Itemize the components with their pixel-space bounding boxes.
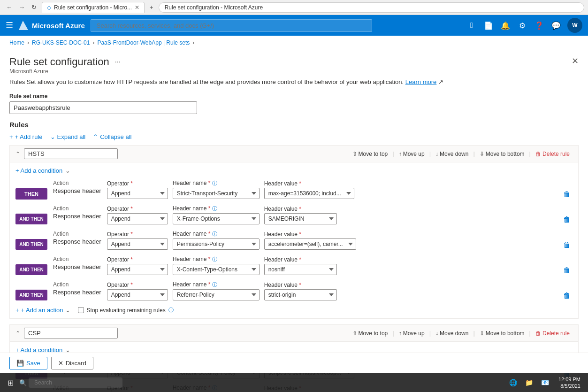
action-fields-hsts-actions-0: Action Response header [53, 180, 101, 194]
add-condition-hsts[interactable]: + Add a condition [15, 167, 62, 174]
operator-select-hsts-actions-1[interactable]: Append Overwrite Delete [107, 213, 168, 224]
headername-group-hsts-actions-0: Header name * ⓘ Strict-Transport-Securit… [173, 180, 260, 199]
taskbar-mail-icon[interactable]: 📧 [538, 375, 553, 390]
taskbar-search-input[interactable] [29, 377, 122, 388]
headervalue-select-hsts-actions-2[interactable]: accelerometer=(self), camer... [264, 238, 356, 250]
hamburger-menu[interactable]: ☰ [6, 20, 13, 31]
taskbar-search-icon: 🔍 [19, 379, 27, 386]
badge-hsts-actions-0[interactable]: THEN [15, 188, 47, 200]
hsts-actions-container: THEN Action Response header Operator * A… [15, 180, 573, 302]
rule-name-hsts[interactable] [24, 148, 118, 159]
headername-select-hsts-actions-1[interactable]: X-Frame-Options [173, 213, 260, 224]
taskbar-edge-icon[interactable]: 🌐 [506, 375, 521, 390]
headername-select-hsts-actions-0[interactable]: Strict-Transport-Security [173, 188, 260, 199]
breadcrumb-rulesets[interactable]: PaaS-FrontDoor-WebApp | Rule sets [97, 39, 190, 46]
breadcrumb-home[interactable]: Home [9, 39, 24, 46]
headervalue-select-hsts-actions-4[interactable]: strict-origin [264, 289, 337, 300]
badge-hsts-actions-4[interactable]: AND THEN [15, 290, 47, 300]
page-more-btn[interactable]: ··· [113, 56, 122, 67]
move-down-csp[interactable]: ↓ Move down [433, 328, 471, 338]
move-to-top-hsts[interactable]: ⇧ Move to top [350, 149, 391, 159]
operator-group-hsts-actions-3: Operator * Append Overwrite Delete [107, 256, 168, 275]
notifications-btn[interactable]: 🔔 [498, 18, 513, 33]
headername-label-hsts-actions-2: Header name * ⓘ [173, 231, 260, 238]
forward-btn[interactable]: → [16, 3, 27, 12]
move-up-csp[interactable]: ↑ Move up [396, 328, 428, 338]
action-fields-hsts-actions-3: Action Response header [53, 256, 101, 270]
global-search-input[interactable] [91, 19, 372, 32]
user-avatar[interactable]: W [567, 18, 582, 33]
save-button[interactable]: 💾 Save [9, 357, 47, 369]
delete-rule-hsts[interactable]: 🗑 Delete rule [533, 149, 573, 159]
headername-label-hsts-actions-0: Header name * ⓘ [173, 180, 260, 187]
action-row-hsts-actions-4: AND THEN Action Response header Operator… [15, 281, 573, 302]
badge-hsts-actions-1[interactable]: AND THEN [15, 214, 47, 224]
tab-close[interactable]: ✕ [135, 4, 139, 11]
operator-select-hsts-actions-4[interactable]: Append Overwrite Delete [107, 289, 168, 300]
headervalue-select-hsts-actions-1[interactable]: SAMEORIGIN [264, 213, 337, 224]
operator-select-hsts-actions-0[interactable]: Append Overwrite Delete [107, 188, 168, 199]
stop-eval-hsts[interactable]: Stop evaluating remaining rules ⓘ [78, 307, 174, 314]
taskbar-explorer-icon[interactable]: 📁 [522, 375, 537, 390]
feedback-btn[interactable]: 💬 [549, 18, 564, 33]
action-value-hsts-actions-4: Response header [53, 289, 101, 296]
move-down-hsts[interactable]: ↓ Move down [433, 149, 471, 159]
delete-action-hsts-actions-3[interactable]: 🗑 [561, 264, 573, 277]
page-title: Rule set configuration [9, 56, 109, 68]
back-btn[interactable]: ← [4, 3, 15, 12]
page-close-btn[interactable]: ✕ [572, 56, 579, 66]
add-rule-btn[interactable]: + + Add rule [9, 133, 43, 140]
action-value-hsts-actions-2: Response header [53, 238, 101, 245]
taskbar-search-area: 🔍 [19, 377, 122, 388]
headervalue-label-hsts-actions-1: Header value * [264, 206, 337, 212]
move-to-bottom-hsts[interactable]: ⇩ Move to bottom [477, 149, 527, 159]
page-header: Rule set configuration Microsoft Azure ·… [0, 50, 588, 78]
move-to-top-icon-csp: ⇧ [352, 330, 357, 337]
rule-header-hsts: ⌃ ⇧ Move to top | ↑ Move up | ↓ Mov [10, 146, 578, 162]
headername-select-hsts-actions-4[interactable]: Referrer-Policy [173, 289, 260, 300]
refresh-btn[interactable]: ↻ [29, 3, 39, 12]
azure-logo: Microsoft Azure [19, 21, 85, 30]
badge-hsts-actions-3[interactable]: AND THEN [15, 264, 47, 275]
breadcrumb-rg[interactable]: RG-UKS-SEC-DOC-01 [32, 39, 90, 46]
delete-action-hsts-actions-2[interactable]: 🗑 [561, 239, 573, 251]
rule-actions-csp: ⇧ Move to top | ↑ Move up | ↓ Move down … [350, 328, 573, 338]
directory-btn[interactable]: 📄 [481, 18, 496, 33]
learn-more-link[interactable]: Learn more [405, 78, 436, 85]
settings-btn[interactable]: ⚙ [515, 18, 530, 33]
start-button[interactable]: ⊞ [4, 377, 17, 389]
move-up-hsts[interactable]: ↑ Move up [396, 149, 428, 159]
operator-select-hsts-actions-3[interactable]: Append Overwrite Delete [107, 264, 168, 275]
rule-set-name-input[interactable] [9, 101, 197, 114]
rule-actions-hsts: ⇧ Move to top | ↑ Move up | ↓ Move down … [350, 149, 573, 159]
delete-action-hsts-actions-1[interactable]: 🗑 [561, 214, 573, 226]
headervalue-select-hsts-actions-0[interactable]: max-age=31536000; includ... [264, 188, 354, 199]
new-tab-btn[interactable]: + [147, 3, 156, 12]
cloud-shell-btn[interactable]:  [464, 18, 479, 33]
add-action-hsts[interactable]: + + Add an action ⌄ [15, 307, 70, 314]
row-fields-hsts-actions-3: Operator * Append Overwrite Delete Heade… [107, 256, 337, 275]
badge-hsts-actions-2[interactable]: AND THEN [15, 239, 47, 250]
delete-rule-csp[interactable]: 🗑 Delete rule [533, 328, 573, 338]
browser-tab[interactable]: ◇ Rule set configuration - Micro... ✕ [42, 2, 145, 13]
discard-button[interactable]: ✕ Discard [51, 357, 93, 369]
rule-name-csp[interactable] [24, 328, 118, 338]
delete-action-hsts-actions-4[interactable]: 🗑 [561, 290, 573, 302]
operator-select-hsts-actions-2[interactable]: Append Overwrite Delete [107, 238, 168, 250]
stop-eval-info-hsts: ⓘ [168, 307, 174, 314]
headervalue-label-hsts-actions-0: Header value * [264, 180, 354, 187]
headername-select-hsts-actions-2[interactable]: Permissions-Policy [173, 238, 260, 250]
headervalue-label-hsts-actions-3: Header value * [264, 256, 337, 263]
rule-collapse-hsts[interactable]: ⌃ [15, 151, 20, 157]
address-bar[interactable]: Rule set configuration - Microsoft Azure [159, 2, 584, 13]
delete-action-hsts-actions-0[interactable]: 🗑 [561, 188, 573, 200]
expand-all-btn[interactable]: ⌄ Expand all [50, 133, 86, 140]
stop-eval-checkbox-hsts[interactable] [78, 307, 84, 313]
rule-collapse-csp[interactable]: ⌃ [15, 330, 20, 337]
move-to-bottom-csp[interactable]: ⇩ Move to bottom [477, 328, 527, 338]
collapse-all-btn[interactable]: ⌃ Collapse all [93, 133, 131, 140]
headervalue-select-hsts-actions-3[interactable]: nosniff [264, 264, 337, 275]
help-btn[interactable]: ❓ [532, 18, 547, 33]
headername-select-hsts-actions-3[interactable]: X-Content-Type-Options [173, 264, 260, 275]
move-to-top-csp[interactable]: ⇧ Move to top [350, 328, 391, 338]
